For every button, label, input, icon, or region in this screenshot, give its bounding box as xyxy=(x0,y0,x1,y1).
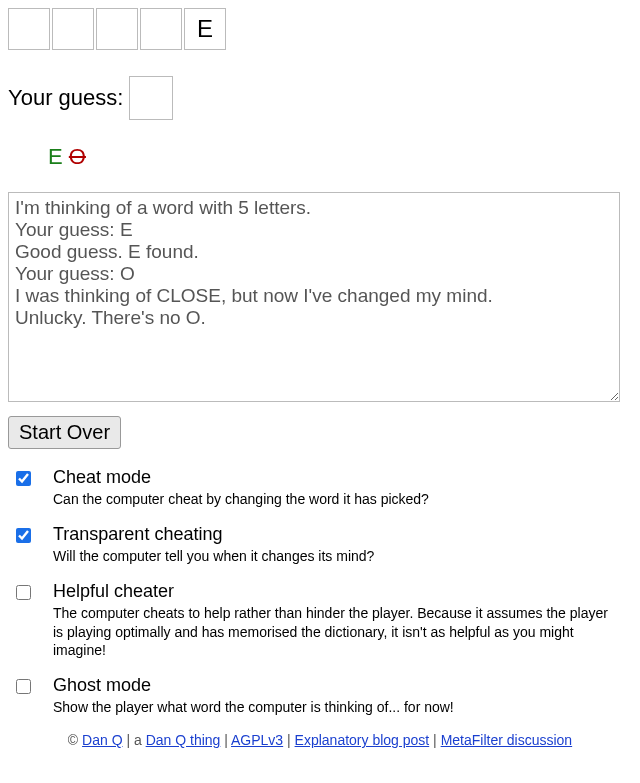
guess-input[interactable] xyxy=(129,76,173,120)
guessed-letters: E O xyxy=(48,144,632,170)
guess-row: Your guess: xyxy=(8,76,632,120)
footer-link-license[interactable]: AGPLv3 xyxy=(231,732,283,748)
footer-sep: | a xyxy=(123,732,146,748)
word-cell-4: E xyxy=(184,8,226,50)
option-cheat: Cheat modeCan the computer cheat by chan… xyxy=(16,467,624,508)
footer-link-mefi[interactable]: MetaFilter discussion xyxy=(441,732,573,748)
footer-copyright: © xyxy=(68,732,82,748)
start-over-button[interactable]: Start Over xyxy=(8,416,121,449)
option-transparent-title: Transparent cheating xyxy=(53,524,374,545)
footer: © Dan Q | a Dan Q thing | AGPLv3 | Expla… xyxy=(8,732,632,748)
option-ghost-checkbox[interactable] xyxy=(16,679,31,694)
option-cheat-title: Cheat mode xyxy=(53,467,429,488)
option-helpful-checkbox[interactable] xyxy=(16,585,31,600)
guessed-letter-o: O xyxy=(69,144,86,169)
footer-link-blog[interactable]: Explanatory blog post xyxy=(295,732,430,748)
word-cell-2 xyxy=(96,8,138,50)
guessed-letter-e: E xyxy=(48,144,63,169)
option-helpful-desc: The computer cheats to help rather than … xyxy=(53,604,613,659)
word-cell-1 xyxy=(52,8,94,50)
option-cheat-desc: Can the computer cheat by changing the w… xyxy=(53,490,429,508)
option-ghost-desc: Show the player what word the computer i… xyxy=(53,698,454,716)
footer-link-author[interactable]: Dan Q xyxy=(82,732,122,748)
game-log[interactable] xyxy=(8,192,620,402)
options-list: Cheat modeCan the computer cheat by chan… xyxy=(8,467,632,716)
option-ghost-title: Ghost mode xyxy=(53,675,454,696)
option-transparent: Transparent cheatingWill the computer te… xyxy=(16,524,624,565)
option-transparent-desc: Will the computer tell you when it chang… xyxy=(53,547,374,565)
option-ghost: Ghost modeShow the player what word the … xyxy=(16,675,624,716)
word-cell-3 xyxy=(140,8,182,50)
option-transparent-checkbox[interactable] xyxy=(16,528,31,543)
word-row: E xyxy=(8,8,632,50)
option-helpful: Helpful cheaterThe computer cheats to he… xyxy=(16,581,624,659)
word-cell-0 xyxy=(8,8,50,50)
option-cheat-checkbox[interactable] xyxy=(16,471,31,486)
footer-link-thing[interactable]: Dan Q thing xyxy=(146,732,221,748)
option-helpful-title: Helpful cheater xyxy=(53,581,613,602)
guess-label: Your guess: xyxy=(8,85,123,111)
